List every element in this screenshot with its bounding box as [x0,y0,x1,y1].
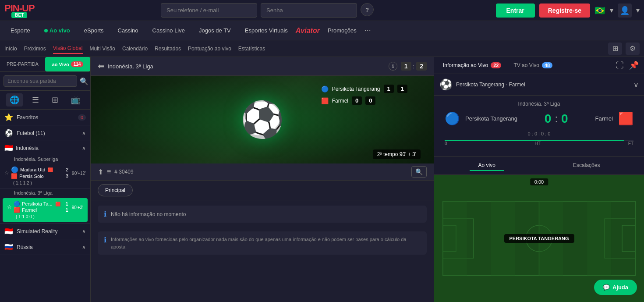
sidebar-search-input[interactable] [4,75,77,87]
nav-esportes-virtuais[interactable]: Esportes Virtuais [239,24,294,37]
sub-nav-inicio[interactable]: Início [4,44,17,53]
overlay-team1-shirt-icon: 🔵 [321,85,329,92]
expand-button[interactable]: ⛶ [616,61,624,70]
score-time-ht: HT [535,141,541,146]
user-icon[interactable]: 👤 [618,4,632,18]
red-card-icon: 🟥 [48,167,53,172]
sub-nav-resultados[interactable]: Resultados [155,44,181,53]
sub-nav-estatisticas[interactable]: Estatísticas [238,44,265,53]
help-button[interactable]: ? [361,3,374,16]
team2-name: Persis Solo [19,174,44,179]
phone-email-input[interactable] [161,3,257,18]
right-tab-tv[interactable]: TV ao Vivo 48 [510,60,556,70]
language-chevron-icon[interactable]: ▾ [610,6,613,14]
list-icon[interactable]: ☰ [28,93,42,107]
language-flag[interactable]: 🇧🇷 [594,5,605,16]
match-result: ( 1:1 1:2 ) [4,181,86,185]
nav-esporte[interactable]: Esporte [4,24,36,37]
sub-nav-visao-global[interactable]: Visão Global [53,43,83,54]
sub-nav-pontuacao[interactable]: Pontuação ao vivo [188,44,231,53]
overlay-team2-score2: 0 [365,96,375,105]
score-display: Indonésia. 3ª Liga 🔵 Persikota Tangerang… [434,96,644,157]
football-icon: ⚽ [4,129,13,137]
nav-jogos-tv[interactable]: Jogos de TV [193,24,237,37]
active-red-card-icon: 🟥 [55,202,60,206]
grid-icon[interactable]: ⊞ [48,93,62,107]
live-dot-icon [44,29,48,32]
info-box: ℹ Não há informação no momento [98,206,427,223]
active-score1: 1 [66,201,68,206]
sub-nav-proximos[interactable]: Próximos [24,44,46,53]
overlay-team2-score1: 0 [352,96,362,105]
chat-icon: 💬 [603,284,610,291]
indonesia-chevron-icon: ∧ [82,145,86,151]
register-button[interactable]: Registre-se [539,4,590,18]
favorites-header[interactable]: ⭐ Favoritos 0 [0,110,90,125]
third-liga-league[interactable]: Indonésia. 3ª Liga [0,188,90,197]
escalacoes-tab[interactable]: Escalações [564,160,609,171]
match-madura-persis[interactable]: ☆ 🔵 Madura Utd 🟥 🟥 Persis Solo [0,163,90,188]
football-header[interactable]: ⚽ Futebol (11) ∧ [0,125,90,141]
user-chevron-icon[interactable]: ▾ [636,6,640,14]
tv-icon[interactable]: 📺 [67,93,84,107]
match-up-arrow-button[interactable]: ⬆ [98,168,103,176]
match-score1: 2 [66,167,68,172]
logo-bet: BET [11,12,27,18]
settings-button[interactable]: ⚙ [626,43,640,55]
nav-more-icon[interactable]: ··· [364,26,371,35]
betting-tab-principal[interactable]: Principal [98,184,133,196]
active-team1-row: 🔵 Persikota Ta... 🟥 [14,201,64,207]
match-info-button[interactable]: ℹ [389,62,397,71]
active-score2: 1 [66,207,68,213]
score-timeline: 0 : 0 | 0 : 0 0 HT FT [439,126,639,151]
sub-nav-calendario[interactable]: Calendário [122,44,148,53]
match-search-button[interactable]: 🔍 [411,166,427,178]
right-match-title: Persikota Tangerang - Farmel [456,82,630,88]
nav-ao-vivo[interactable]: Ao vivo [38,24,76,37]
active-team2-row: 🟥 Farmel [14,207,64,213]
info-text: Não há informação no momento [111,211,186,217]
simulated-header[interactable]: 🇮🇩 Simulated Reality ∧ [0,224,90,239]
right-panel: Informação ao Vivo 22 TV ao Vivo 48 ⛶ 📌 … [434,57,644,302]
russia-header[interactable]: 🇷🇺 Rússia ∧ [0,239,90,255]
match-persikota-farmel[interactable]: ☆ 🔵 Persikota Ta... 🟥 🟥 Farmel [3,198,88,222]
pin-button[interactable]: 📌 [629,60,639,70]
sidebar-tab-live[interactable]: ao Vivo 114 [45,57,90,71]
sidebar-tab-pre-partida[interactable]: PRE-PARTIDA [0,57,45,71]
score-time-ft: FT [628,141,633,146]
match-star-icon[interactable]: ☆ [4,170,9,176]
match-list-button[interactable]: ≡ [107,168,111,176]
right-tab-live-info[interactable]: Informação ao Vivo 22 [439,60,505,70]
live-count-badge: 114 [71,61,84,67]
star-icon: ⭐ [4,113,13,121]
globe-icon[interactable]: 🌐 [6,93,23,107]
nav-cassino[interactable]: Cassino [112,24,145,37]
match-header: ⬅ Indonésia. 3ª Liga ℹ 1 : 2 [91,57,434,76]
live-escalacoes-tabs: Ao vivo Escalações [434,157,644,175]
nav-promocoes[interactable]: Promoções [322,24,363,37]
search-icon[interactable]: 🔍 [80,77,88,85]
password-input[interactable] [261,3,357,18]
nav-aviator[interactable]: Aviator [296,27,320,35]
score-bar [445,140,633,141]
match-back-button[interactable]: ⬅ [98,61,104,71]
team2-score-row: 🟥 Farmel 0 0 [321,96,407,105]
login-button[interactable]: Entrar [496,4,535,18]
sub-nav-multi-visao[interactable]: Multi Visão [90,44,115,53]
match-chevron-button[interactable]: ∨ [633,81,639,89]
field-team-label: PERSIKOTA TANGERANG [504,234,574,243]
superliga-league[interactable]: Indonésia. Superliga [0,155,90,163]
nav-esports[interactable]: eSports [78,24,110,37]
active-match-star-icon[interactable]: ☆ [7,204,12,210]
indonesia-header[interactable]: 🇮🇩 Indonésia ∧ [0,141,90,155]
simulated-icon: 🇮🇩 [4,227,13,235]
help-float-button[interactable]: 💬 Ajuda [594,280,637,295]
team2-shirt-icon: 🟥 [11,173,18,179]
active-team1-shirt-icon: 🔵 [14,201,20,207]
match-time: 90'+12' [72,171,86,176]
calculator-button[interactable]: ⊞ [608,43,622,55]
sub-nav-actions: ⊞ ⚙ [608,43,640,55]
ao-vivo-tab[interactable]: Ao vivo [470,160,504,171]
football-field: 0:00 PERSIKOTA TANGERANG 💬 Ajuda [434,175,644,302]
nav-cassino-live[interactable]: Cassino Live [146,24,191,37]
